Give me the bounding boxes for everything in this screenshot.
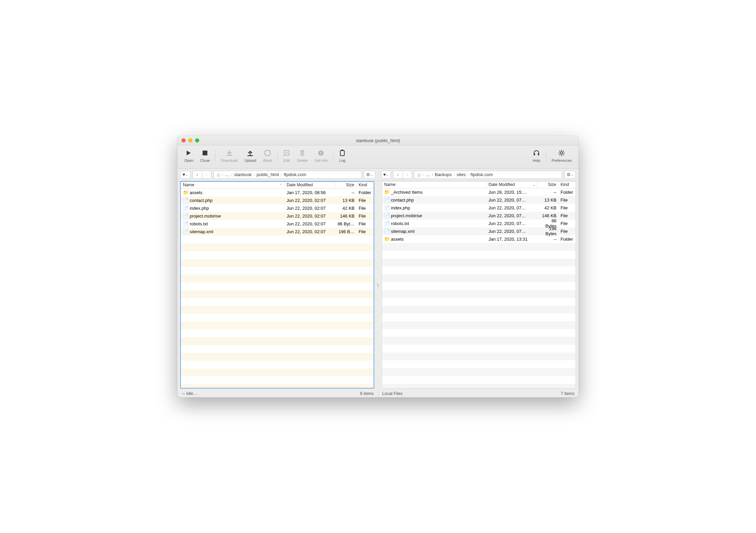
file-kind: File [357,221,374,226]
right-file-list[interactable]: Name Date Modified⌄ Size Kind 📁_Archived… [382,181,576,389]
table-row[interactable]: 📁assetsJan 17, 2020, 13:31--Folder [382,235,575,243]
col-name-right[interactable]: Name [382,182,486,188]
file-name: sitemap.xml [391,229,414,234]
table-row[interactable]: 📄project.mobiriseJun 22, 2020, 02:07146 … [181,212,374,220]
file-name: project.mobirise [391,213,422,218]
back-button-left[interactable]: ‹ [192,171,202,179]
file-size: 13 KB [336,198,357,203]
empty-row [382,368,575,376]
file-icon: 📄 [384,197,390,203]
file-size: -- [537,237,559,242]
col-date-right[interactable]: Date Modified⌄ [486,182,537,188]
favorites-button-left[interactable] [180,171,190,179]
empty-row [181,337,374,345]
file-kind: File [357,198,374,203]
headphones-icon [533,148,540,158]
table-row[interactable]: 📁assetsJan 17, 2020, 08:56--Folder [181,189,374,196]
home-icon[interactable] [416,172,422,177]
empty-row [181,306,374,314]
col-size-left[interactable]: Size [336,182,357,188]
empty-row [181,275,374,282]
empty-row [382,266,575,274]
table-row[interactable]: 📁_Archived ItemsJun 28, 2020, 15:…--Fold… [382,188,575,196]
table-row[interactable]: 📄sitemap.xmlJun 22, 2020, 02:07196 B…Fil… [181,228,374,236]
right-pane: Name Date Modified⌄ Size Kind 📁_Archived… [379,181,579,390]
file-icon: 📄 [384,221,390,226]
empty-row [181,361,374,368]
empty-row [382,282,575,290]
pathbars: ‹ › › …› stanbusk› public_html› ftpdisk.… [177,169,579,181]
col-size-right[interactable]: Size [537,182,559,188]
table-row[interactable]: 📄index.phpJun 22, 2020, 07…42 KBFile [382,204,575,212]
right-status: Local Files 7 items [378,390,579,397]
empty-row [382,337,575,345]
col-date-left[interactable]: Date Modified [285,182,336,188]
empty-row [382,329,575,337]
app-window: stanbusk (public_html) Open Close Downlo… [177,136,579,397]
folder-icon: 📁 [384,236,390,242]
col-name-left[interactable]: Name⌃ [181,182,285,188]
open-button[interactable]: Open [181,148,197,168]
help-button[interactable]: Help [529,148,544,168]
forward-button-right[interactable]: › [402,171,412,179]
abort-button[interactable]: Abort [260,148,275,168]
file-name: contact.php [391,197,414,203]
empty-row [382,298,575,306]
file-name: project.mobirise [190,213,221,219]
file-size: 86 Byt… [336,221,357,226]
file-date: Jun 22, 2020, 02:07 [285,229,336,234]
table-row[interactable]: 📄sitemap.xmlJun 22, 2020, 07…196 BytesFi… [382,227,575,235]
home-icon[interactable] [216,172,221,177]
empty-row [181,353,374,361]
empty-row [382,353,575,360]
back-button-right[interactable]: ‹ [393,171,402,179]
breadcrumbs-left[interactable]: › …› stanbusk› public_html› ftpdisk.com [213,171,362,179]
close-button[interactable]: Close [197,148,213,168]
breadcrumbs-right[interactable]: › …› Backups› sites› ftpdisk.com [414,171,562,179]
file-icon: 📄 [384,205,390,210]
getinfo-button[interactable]: i Get Info [311,148,331,168]
download-button[interactable]: Download [218,148,241,168]
favorites-button-right[interactable] [381,171,391,179]
upload-icon [247,148,254,158]
col-kind-right[interactable]: Kind [559,182,575,188]
col-kind-left[interactable]: Kind [357,182,374,188]
empty-row [181,267,374,275]
file-kind: File [357,206,374,211]
file-size: -- [336,190,357,195]
table-row[interactable]: 📄contact.phpJun 22, 2020, 02:0713 KBFile [181,196,374,204]
left-file-list[interactable]: Name⌃ Date Modified Size Kind 📁assetsJan… [180,181,374,389]
play-icon [186,148,192,158]
left-status: ⊸ Idle… 6 items [177,390,378,397]
table-row[interactable]: 📄index.phpJun 22, 2020, 02:0742 KBFile [181,204,374,212]
empty-row [382,384,575,388]
svg-text:i: i [321,151,322,155]
file-date: Jun 28, 2020, 15:… [486,190,537,195]
log-button[interactable]: Log [336,148,349,168]
preferences-button[interactable]: Preferences [548,148,575,168]
file-name: _Archived Items [391,190,423,195]
connection-icon: ⊸ [182,391,185,396]
file-size: 146 KB [537,213,559,218]
upload-button[interactable]: Upload [241,148,260,168]
file-name: assets [391,237,404,242]
table-row[interactable]: 📄robots.txtJun 22, 2020, 02:0786 Byt…Fil… [181,220,374,228]
empty-row [181,322,374,329]
empty-row [382,360,575,368]
file-kind: File [357,213,374,219]
actions-button-right[interactable] [564,171,576,179]
file-date: Jun 22, 2020, 02:07 [285,213,336,219]
left-pane: Name⌃ Date Modified Size Kind 📁assetsJan… [177,181,377,390]
file-date: Jun 22, 2020, 07… [486,229,537,234]
left-status-text: Idle… [186,391,197,396]
empty-row [181,251,374,259]
file-icon: 📄 [183,197,188,203]
actions-button-left[interactable] [364,171,375,179]
toolbar: Open Close Download Upload Abort [177,145,579,169]
delete-button[interactable]: Delete [293,148,311,168]
edit-button[interactable]: Edit [280,148,293,168]
forward-button-left[interactable]: › [202,171,211,179]
empty-row [181,259,374,267]
table-row[interactable]: 📄contact.phpJun 22, 2020, 07…13 KBFile [382,196,575,204]
left-item-count: 6 items [360,391,374,396]
